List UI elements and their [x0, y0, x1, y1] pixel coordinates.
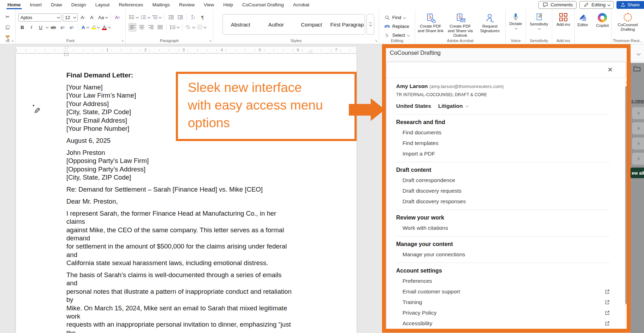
indent-marker[interactable]: [64, 47, 68, 56]
menu-item-accessibility[interactable]: Accessibility: [396, 320, 610, 327]
font-color-button[interactable]: A: [101, 23, 111, 31]
show-formatting-button[interactable]: ¶: [198, 13, 206, 22]
change-case-button[interactable]: Aa: [97, 13, 108, 22]
menu-item-draft-discovery-responses[interactable]: Draft discovery responses: [396, 198, 610, 205]
doc-line: I represent Sarah, the former Finance He…: [66, 209, 292, 226]
menu-item-training[interactable]: Training: [396, 299, 610, 306]
menu-item-draft-discovery-requests[interactable]: Draft discovery requests: [396, 187, 610, 194]
bold-button[interactable]: B: [18, 23, 26, 31]
decrease-indent-button[interactable]: [167, 13, 175, 22]
scroll-up-arrow[interactable]: [626, 81, 628, 83]
background-row-chevron: [632, 153, 644, 165]
pane-scrollbar[interactable]: [624, 78, 630, 333]
justify-button[interactable]: [156, 23, 164, 31]
text-effects-button[interactable]: A: [81, 23, 89, 31]
menu-tab-help[interactable]: Help: [219, 0, 238, 10]
editor-label: Editor: [578, 23, 588, 27]
numbering-button[interactable]: 123: [140, 13, 150, 22]
menu-tab-insert[interactable]: Insert: [25, 0, 47, 10]
menu-tab-cocounsel-drafting[interactable]: CoCounsel Drafting: [238, 0, 288, 10]
styles-dialog-launcher[interactable]: ↘: [375, 39, 377, 42]
menu-tab-mailings[interactable]: Mailings: [148, 0, 174, 10]
menu-item-email-customer-support[interactable]: Email customer support: [396, 288, 610, 295]
close-icon[interactable]: ×: [605, 64, 615, 75]
bullets-button[interactable]: [129, 13, 139, 22]
doc-paragraph: John Preston[Opposing Party’s Law Firm][…: [66, 148, 292, 182]
style-abstract[interactable]: Abstract: [223, 22, 258, 28]
menu-item-preferences[interactable]: Preferences: [396, 278, 610, 285]
clear-formatting-button[interactable]: A◊: [113, 13, 121, 22]
practice-area-select[interactable]: Litigation: [438, 103, 468, 109]
cocounsel-pane: CoCounsel Drafting × Amy Larson (amy.lar…: [382, 44, 644, 333]
menu-item-privacy-policy[interactable]: Privacy Policy: [396, 309, 610, 316]
shading-button[interactable]: [185, 23, 195, 31]
style-author[interactable]: Author: [258, 22, 294, 28]
menu-tab-acrobat[interactable]: Acrobat: [288, 0, 314, 10]
strikethrough-button[interactable]: ab: [49, 23, 57, 31]
addins-label: Add-ins: [556, 22, 570, 27]
menu-tab-draw[interactable]: Draw: [46, 0, 67, 10]
paragraph-group-label: Paragraph: [126, 39, 213, 43]
scrollbar-thumb[interactable]: [625, 86, 628, 304]
jurisdiction-value[interactable]: United States: [396, 103, 431, 109]
menu-item-find-documents[interactable]: Find documents: [396, 129, 610, 136]
menu-tab-view[interactable]: View: [199, 0, 219, 10]
menu-tab-design[interactable]: Design: [67, 0, 91, 10]
borders-button[interactable]: [197, 23, 207, 31]
font-size-select[interactable]: 12: [63, 13, 78, 22]
underline-button[interactable]: U: [37, 23, 44, 31]
editor-button[interactable]: Editor: [575, 12, 591, 44]
style-compact[interactable]: Compact: [294, 22, 329, 28]
menu-tab-home[interactable]: Home: [3, 0, 25, 10]
ribbon: ✂ rd ↘ Aptos 12 A^ Aˇ Aa A: [0, 10, 644, 44]
share-button[interactable]: Share: [616, 1, 644, 9]
menu-item-work-with-citations[interactable]: Work with citations: [396, 224, 610, 232]
subscript-button[interactable]: x2: [59, 23, 66, 31]
horizontal-ruler[interactable]: 1234567: [16, 46, 357, 53]
editing-group-label: Editing: [379, 39, 415, 43]
copilot-margin-pen-icon[interactable]: ✎✦: [34, 106, 41, 116]
font-group-label: Font: [16, 39, 125, 43]
menu-tab-layout[interactable]: Layout: [91, 0, 114, 10]
menu-item-manage-your-connections[interactable]: Manage your connections: [396, 251, 610, 258]
replace-button[interactable]: ⇄b Replace: [384, 22, 415, 31]
clipboard-dialog-launcher[interactable]: ↘: [11, 39, 14, 42]
sort-button[interactable]: AZ↓: [189, 13, 197, 22]
search-icon: [384, 15, 390, 20]
increase-indent-button[interactable]: [176, 13, 184, 22]
right-indent-marker[interactable]: [308, 51, 312, 53]
multilevel-list-button[interactable]: [152, 13, 162, 22]
cut-button[interactable]: ✂: [4, 12, 12, 21]
align-center-button[interactable]: [138, 23, 145, 31]
menu-item-find-templates[interactable]: Find templates: [396, 140, 610, 147]
grow-font-button[interactable]: A^: [79, 13, 87, 22]
copilot-label: Copilot: [596, 23, 609, 28]
highlight-button[interactable]: [91, 23, 100, 31]
menu-tab-references[interactable]: References: [114, 0, 148, 10]
align-left-button[interactable]: [129, 23, 136, 31]
styles-gallery-more-button[interactable]: [366, 14, 374, 35]
ruler-number-1: 1: [106, 48, 108, 52]
copy-button[interactable]: [4, 23, 12, 31]
menu-item-import-a-pdf[interactable]: Import a PDF: [396, 150, 610, 157]
menu-tab-review[interactable]: Review: [174, 0, 199, 10]
superscript-button[interactable]: x2: [68, 23, 76, 31]
align-right-button[interactable]: [147, 23, 155, 31]
line-spacing-button[interactable]: [169, 23, 180, 31]
user-account: TR INTERNAL-COCOUNSEL DRAFT & CORE: [396, 92, 610, 97]
whats-new-link[interactable]: s new?: [631, 98, 644, 104]
menu-item-draft-correspondence[interactable]: Draft correspondence: [396, 177, 610, 184]
comments-button[interactable]: Comments: [538, 1, 577, 9]
shrink-font-button[interactable]: Aˇ: [88, 13, 96, 22]
copilot-button[interactable]: Copilot: [594, 12, 611, 44]
find-button[interactable]: Find: [384, 13, 415, 22]
italic-button[interactable]: I: [28, 23, 35, 31]
pane-collapse-button[interactable]: [637, 50, 640, 57]
scroll-down-arrow[interactable]: [626, 330, 628, 332]
copilot-icon: [598, 13, 607, 22]
paragraph-dialog-launcher[interactable]: ↘: [209, 39, 211, 42]
editing-mode-button[interactable]: Editing: [579, 1, 614, 9]
font-name-select[interactable]: Aptos: [18, 13, 61, 22]
font-dialog-launcher[interactable]: ↘: [121, 39, 124, 42]
style-first-paragrap[interactable]: First Paragrap: [329, 22, 365, 28]
